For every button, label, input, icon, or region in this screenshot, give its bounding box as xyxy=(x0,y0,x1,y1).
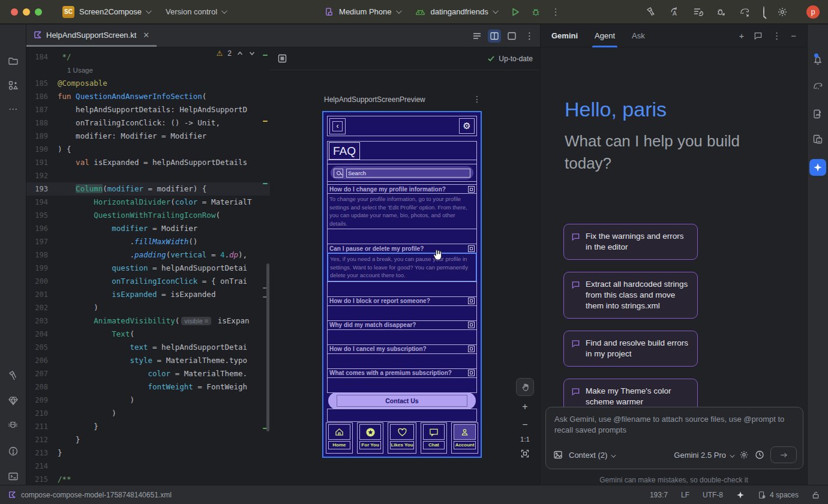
gemini-tool-icon[interactable] xyxy=(808,159,828,176)
more-run-options-button[interactable]: ⋮ xyxy=(551,7,560,17)
inspection-widget[interactable]: ⚠2 xyxy=(217,49,256,58)
pan-tool-button[interactable] xyxy=(516,378,534,396)
apply-changes-icon[interactable]: A xyxy=(669,7,680,17)
code-line[interactable]: 189 modifier: Modifier = Modifier xyxy=(26,130,270,143)
back-button[interactable]: ‹ xyxy=(329,118,346,134)
expand-icon[interactable] xyxy=(468,346,475,352)
minimize-window-button[interactable] xyxy=(23,8,30,16)
editor-scrollbar[interactable] xyxy=(266,263,269,431)
usage-hint[interactable]: 1 Usage xyxy=(26,64,270,77)
notifications-bell-icon[interactable] xyxy=(808,55,828,65)
tab-helpandsupportscreen[interactable]: HelpAndSupportScreen.kt ✕ xyxy=(26,25,157,47)
editor-options-icon[interactable]: ⋮ xyxy=(525,31,534,41)
running-devices-icon[interactable] xyxy=(808,134,828,145)
split-view-icon[interactable] xyxy=(488,29,501,43)
code-line[interactable]: 196 modifier = Modifier xyxy=(26,222,270,235)
run-button[interactable] xyxy=(511,7,520,17)
faq-question-row[interactable]: How do I block or report someone? xyxy=(327,296,477,306)
zoom-ratio-button[interactable]: 1:1 xyxy=(520,436,530,443)
code-line[interactable]: 200 onTrailingIconClick = { onTrai xyxy=(26,275,270,288)
zoom-in-button[interactable]: + xyxy=(516,400,534,414)
history-clock-icon[interactable] xyxy=(755,450,764,460)
code-line[interactable]: 213} xyxy=(26,446,270,460)
panel-options-icon[interactable]: ⋮ xyxy=(772,31,781,41)
context-selector[interactable]: Context (2) xyxy=(569,451,614,460)
stripe-mark-green[interactable] xyxy=(263,55,268,56)
code-line[interactable]: 185@Composable xyxy=(26,77,270,90)
code-line[interactable]: 203 AnimatedVisibility(visible = isExpan xyxy=(26,314,270,328)
code-line[interactable]: 199 question = helpAndSupportDetai xyxy=(26,262,270,275)
settings-icon[interactable]: ⚙ xyxy=(459,118,475,134)
code-line[interactable]: 211 } xyxy=(26,420,270,433)
indent-setting[interactable]: 4 spaces xyxy=(758,491,799,499)
nav-item-home[interactable]: Home xyxy=(326,422,353,454)
code-line[interactable]: 187 helpAndSupportDetails: HelpAndSuppor… xyxy=(26,103,270,116)
build-variants-icon[interactable] xyxy=(692,7,703,17)
nav-item-likes-you[interactable]: Likes You xyxy=(388,422,416,454)
status-file-name[interactable]: compose-compose-model-1758748140651.xml xyxy=(21,491,172,499)
code-line[interactable]: 192 xyxy=(26,169,270,182)
preview-options-icon[interactable]: ⋮ xyxy=(473,94,481,104)
code-line[interactable]: 194 HorizontalDivider(color = MaterialT xyxy=(26,196,270,209)
chat-history-icon[interactable] xyxy=(754,31,763,40)
expand-icon[interactable] xyxy=(468,370,475,376)
faq-question-row[interactable]: How do I cancel my subscription? xyxy=(327,344,477,354)
code-line[interactable]: 190) { xyxy=(26,143,270,156)
logcat-icon[interactable] xyxy=(0,421,26,431)
faq-answer[interactable]: To change your profile information, go t… xyxy=(327,193,477,229)
more-tool-windows-icon[interactable]: ⋯ xyxy=(0,104,26,115)
code-line[interactable]: 215/** xyxy=(26,473,270,485)
code-line[interactable]: 204 Text( xyxy=(26,328,270,341)
gemini-input-box[interactable]: Ask Gemini, use @filename to attach sour… xyxy=(545,407,803,469)
user-avatar[interactable]: p xyxy=(806,5,820,19)
expand-icon[interactable] xyxy=(468,322,475,328)
settings-gear-icon[interactable] xyxy=(777,7,788,17)
code-editor[interactable]: 184 */1 Usage185@Composable186fun Questi… xyxy=(26,47,270,485)
prev-warning-icon[interactable] xyxy=(236,50,244,57)
build-run-icon[interactable] xyxy=(646,7,656,17)
faq-answer-selected[interactable]: Yes, if you need a break, you can pause … xyxy=(327,253,477,282)
zoom-to-fit-button[interactable] xyxy=(516,446,534,461)
next-warning-icon[interactable] xyxy=(248,50,256,57)
model-selector[interactable]: Gemini 2.5 Pro xyxy=(674,451,733,460)
code-line[interactable]: 186fun QuestionAndAnswerInfoSection( xyxy=(26,90,270,103)
expand-icon[interactable] xyxy=(468,186,475,193)
code-line[interactable]: 201 isExpanded = isExpanded xyxy=(26,288,270,301)
code-line[interactable]: 205 text = helpAndSupportDetai xyxy=(26,341,270,354)
expand-icon[interactable] xyxy=(468,298,475,304)
code-line[interactable]: 212 } xyxy=(26,433,270,446)
code-line[interactable]: 209 ) xyxy=(26,394,270,407)
code-line[interactable]: 193 Column(modifier = modifier) { xyxy=(26,182,270,196)
send-button[interactable] xyxy=(770,446,797,463)
debug-button[interactable] xyxy=(531,7,541,17)
ui-check-icon[interactable] xyxy=(277,53,287,64)
app-quality-insights-icon[interactable] xyxy=(0,395,26,406)
close-window-button[interactable] xyxy=(11,8,18,16)
tab-ask[interactable]: Ask xyxy=(632,25,645,47)
code-line[interactable]: 214 xyxy=(26,460,270,473)
code-view-icon[interactable] xyxy=(472,31,482,41)
version-control-menu[interactable]: Version control xyxy=(166,7,226,16)
project-selector[interactable]: Screen2Compose xyxy=(79,7,150,16)
faq-header-row[interactable]: FAQ xyxy=(327,141,477,160)
hide-panel-icon[interactable]: − xyxy=(791,31,796,41)
gemini-input-placeholder[interactable]: Ask Gemini, use @filename to attach sour… xyxy=(546,407,803,442)
stripe-mark-warning[interactable] xyxy=(263,121,268,122)
terminal-icon[interactable] xyxy=(0,471,26,482)
caret-position[interactable]: 193:7 xyxy=(650,491,668,499)
phone-preview[interactable]: ‹ ⚙ FAQ Search How do I change my profil… xyxy=(322,111,482,458)
sparkle-icon[interactable] xyxy=(736,491,745,499)
faq-question-row[interactable]: What comes with a premium subscription? xyxy=(327,368,477,378)
suggestion-chip[interactable]: Extract all hardcoded strings from this … xyxy=(563,272,698,319)
code-line[interactable]: 198 .padding(vertical = 4.dp), xyxy=(26,248,270,262)
faq-question-row[interactable]: Can I pause or delete my profile? xyxy=(327,244,477,253)
suggestion-chip[interactable]: Find and resolve build errors in my proj… xyxy=(563,331,698,367)
gradle-sync-icon[interactable] xyxy=(739,7,751,17)
code-line[interactable]: 206 style = MaterialTheme.typo xyxy=(26,354,270,367)
preview-name-label[interactable]: HelpAndSupportScreenPreview xyxy=(324,95,425,104)
faq-question-row[interactable]: How do I change my profile information? xyxy=(327,184,477,194)
stripe-mark-teal[interactable] xyxy=(263,183,268,184)
search-everywhere-icon[interactable] xyxy=(763,7,764,17)
nav-item-for-you[interactable]: For You xyxy=(357,422,384,454)
build-tool-icon[interactable] xyxy=(0,370,26,381)
